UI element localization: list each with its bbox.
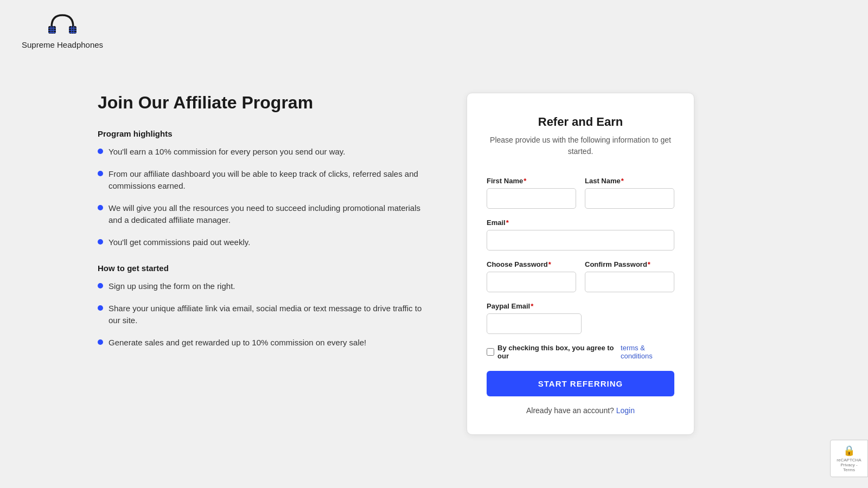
last-name-input[interactable] bbox=[585, 188, 674, 209]
highlight-text: You'll earn a 10% commission for every p… bbox=[108, 146, 345, 158]
highlight-text: From our affiliate dashboard you will be… bbox=[108, 168, 423, 192]
name-row: First Name* Last Name* bbox=[487, 177, 674, 209]
list-item: Generate sales and get rewarded up to 10… bbox=[98, 337, 423, 349]
confirm-password-input[interactable] bbox=[585, 272, 674, 292]
required-star: * bbox=[648, 260, 650, 268]
list-item: We will give you all the resources you n… bbox=[98, 202, 423, 227]
bullet-icon bbox=[98, 171, 103, 176]
headphones-icon bbox=[46, 11, 79, 38]
paypal-email-group: Paypal Email* bbox=[487, 302, 582, 334]
how-to-text: Sign up using the form on the right. bbox=[108, 280, 235, 293]
login-link[interactable]: Login bbox=[616, 406, 635, 415]
header: Supreme Headphones bbox=[0, 0, 868, 60]
bullet-icon bbox=[98, 283, 103, 288]
choose-password-group: Choose Password* bbox=[487, 260, 576, 292]
bullet-icon bbox=[98, 339, 103, 345]
required-star: * bbox=[524, 177, 526, 185]
list-item: Share your unique affiliate link via ema… bbox=[98, 303, 423, 327]
highlights-list: You'll earn a 10% commission for every p… bbox=[98, 146, 423, 248]
right-section: Refer and Earn Please provide us with th… bbox=[467, 93, 694, 435]
recaptcha-icon: 🔒 bbox=[843, 445, 855, 457]
choose-password-label: Choose Password* bbox=[487, 260, 576, 268]
how-to-text: Share your unique affiliate link via ema… bbox=[108, 303, 423, 327]
already-account-text: Already have an account? bbox=[526, 406, 614, 415]
highlights-heading: Program highlights bbox=[98, 129, 423, 138]
list-item: You'll earn a 10% commission for every p… bbox=[98, 146, 423, 158]
logo[interactable]: Supreme Headphones bbox=[22, 11, 103, 49]
email-label: Email* bbox=[487, 219, 674, 227]
how-to-heading: How to get started bbox=[98, 264, 423, 273]
bullet-icon bbox=[98, 239, 103, 245]
how-to-list: Sign up using the form on the right. Sha… bbox=[98, 280, 423, 349]
choose-password-input[interactable] bbox=[487, 272, 576, 292]
login-row: Already have an account? Login bbox=[487, 406, 674, 415]
bullet-icon bbox=[98, 305, 103, 311]
left-section: Join Our Affiliate Program Program highl… bbox=[98, 93, 423, 364]
submit-button[interactable]: START REFERRING bbox=[487, 371, 674, 396]
terms-checkbox[interactable] bbox=[487, 348, 494, 356]
paypal-email-input[interactable] bbox=[487, 313, 582, 334]
list-item: From our affiliate dashboard you will be… bbox=[98, 168, 423, 192]
first-name-input[interactable] bbox=[487, 188, 576, 209]
required-star: * bbox=[506, 219, 509, 227]
confirm-password-group: Confirm Password* bbox=[585, 260, 674, 292]
required-star: * bbox=[548, 260, 551, 268]
paypal-email-label: Paypal Email* bbox=[487, 302, 582, 310]
email-group: Email* bbox=[487, 219, 674, 251]
recaptcha-label: reCAPTCHA bbox=[837, 458, 861, 463]
terms-row: By checking this box, you agree to our t… bbox=[487, 344, 674, 360]
required-star: * bbox=[621, 177, 624, 185]
password-row: Choose Password* Confirm Password* bbox=[487, 260, 674, 292]
confirm-password-label: Confirm Password* bbox=[585, 260, 674, 268]
form-card: Refer and Earn Please provide us with th… bbox=[467, 93, 694, 435]
recaptcha-sub: Privacy - Terms bbox=[836, 463, 862, 472]
form-subtitle: Please provide us with the following inf… bbox=[487, 134, 674, 157]
highlight-text: We will give you all the resources you n… bbox=[108, 202, 423, 227]
bullet-icon bbox=[98, 205, 103, 210]
bullet-icon bbox=[98, 149, 103, 154]
first-name-label: First Name* bbox=[487, 177, 576, 185]
last-name-label: Last Name* bbox=[585, 177, 674, 185]
first-name-group: First Name* bbox=[487, 177, 576, 209]
terms-link[interactable]: terms & conditions bbox=[621, 344, 674, 360]
list-item: Sign up using the form on the right. bbox=[98, 280, 423, 293]
required-star: * bbox=[531, 302, 533, 310]
email-input[interactable] bbox=[487, 230, 674, 251]
page-title: Join Our Affiliate Program bbox=[98, 93, 423, 113]
main-content: Join Our Affiliate Program Program highl… bbox=[0, 60, 868, 467]
how-to-text: Generate sales and get rewarded up to 10… bbox=[108, 337, 366, 349]
last-name-group: Last Name* bbox=[585, 177, 674, 209]
recaptcha-badge: 🔒 reCAPTCHA Privacy - Terms bbox=[830, 440, 868, 477]
list-item: You'll get commissions paid out weekly. bbox=[98, 236, 423, 249]
logo-text: Supreme Headphones bbox=[22, 40, 103, 49]
form-title: Refer and Earn bbox=[487, 115, 674, 129]
highlight-text: You'll get commissions paid out weekly. bbox=[108, 236, 250, 249]
terms-text: By checking this box, you agree to our bbox=[497, 344, 617, 360]
